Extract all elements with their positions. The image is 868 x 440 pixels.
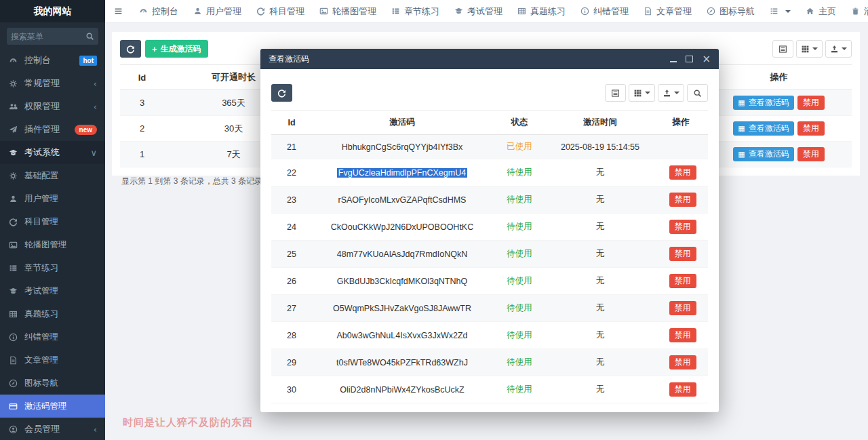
- disable-button[interactable]: 禁用: [669, 355, 696, 369]
- column-header-actions[interactable]: 操作: [706, 65, 852, 90]
- disable-button[interactable]: 禁用: [669, 301, 696, 315]
- sidebar-item-subject-management[interactable]: 科目管理: [0, 210, 105, 233]
- view-codes-button[interactable]: ▦查看激活码: [733, 121, 793, 136]
- dialog-titlebar[interactable]: 查看激活码 ×: [260, 49, 719, 69]
- gear-icon: [8, 172, 18, 180]
- refresh-button[interactable]: [120, 40, 141, 58]
- minimize-icon[interactable]: [670, 56, 677, 62]
- disable-button[interactable]: 禁用: [669, 274, 696, 288]
- table-row[interactable]: 21 HbhukgnCgSc6rqQYYjb4IYf3Bx 已使用 2025-0…: [271, 135, 708, 159]
- nav-item-error-correction[interactable]: 纠错管理: [573, 0, 636, 22]
- disable-button[interactable]: 禁用: [797, 96, 825, 110]
- disable-button[interactable]: 禁用: [669, 193, 696, 207]
- list-icon: [770, 7, 778, 16]
- view-codes-button[interactable]: ▦查看激活码: [733, 96, 793, 110]
- sidebar-toggle-button[interactable]: [105, 0, 132, 22]
- nav-item-subjects[interactable]: 科目管理: [249, 0, 312, 22]
- clear-cache-button[interactable]: 清除缓存: [844, 0, 868, 22]
- table-row[interactable]: 26 GKBdUJb3CkIcqfdMKOl3qNTNhQ 待使用 无 禁用: [271, 268, 708, 295]
- nav-item-carousel[interactable]: 轮播图管理: [312, 0, 384, 22]
- column-header-id[interactable]: Id: [120, 65, 164, 90]
- sidebar-item-plugins[interactable]: 插件管理 new: [0, 118, 105, 141]
- tabs-dropdown-button[interactable]: [762, 0, 798, 22]
- user-icon: [8, 195, 18, 203]
- column-header-actions[interactable]: 操作: [654, 111, 708, 135]
- export-dropdown-button[interactable]: [658, 84, 684, 102]
- view-codes-button[interactable]: ▦查看激活码: [733, 147, 793, 161]
- window-controls: ×: [670, 54, 711, 64]
- sidebar-item-dashboard[interactable]: 控制台 hot: [0, 49, 105, 72]
- sidebar-item-exam-system[interactable]: 考试系统 ∨: [0, 141, 105, 164]
- columns-dropdown-button[interactable]: [796, 40, 823, 58]
- table-row[interactable]: 22 FvgUCzleaHdimdlpPFnCXegmU4 待使用 无 禁用: [271, 159, 708, 186]
- nav-item-users[interactable]: 用户管理: [186, 0, 249, 22]
- detail-view-button[interactable]: [605, 84, 626, 102]
- status-badge: 待使用: [492, 214, 547, 241]
- file-icon: [8, 356, 18, 365]
- maximize-icon[interactable]: [686, 56, 693, 62]
- search-button[interactable]: [687, 84, 708, 102]
- column-header-activation-time[interactable]: 激活时间: [547, 111, 654, 135]
- sidebar-item-carousel-management[interactable]: 轮播图管理: [0, 233, 105, 256]
- sidebar-item-icon-navigation[interactable]: 图标导航: [0, 372, 105, 395]
- sidebar-item-user-management[interactable]: 用户管理: [0, 187, 105, 210]
- image-icon: [8, 241, 18, 249]
- table-row[interactable]: 23 rSAOFyIcoMLxvGZAPqftCsdHMS 待使用 无 禁用: [271, 186, 708, 214]
- sidebar-item-basic-config[interactable]: 基础配置: [0, 164, 105, 187]
- nav-item-chapter-practice[interactable]: 章节练习: [384, 0, 447, 22]
- column-header-code[interactable]: 激活码: [312, 111, 492, 135]
- nav-item-real-questions[interactable]: 真题练习: [510, 0, 573, 22]
- columns-icon: [633, 89, 642, 98]
- sidebar-item-general[interactable]: 常规管理 ‹: [0, 72, 105, 95]
- search-icon: [693, 89, 702, 98]
- disable-button[interactable]: 禁用: [669, 165, 696, 180]
- sidebar-item-chapter-practice[interactable]: 章节练习: [0, 256, 105, 279]
- disable-button[interactable]: 禁用: [797, 147, 825, 161]
- activation-codes-table: Id 激活码 状态 激活时间 操作 21 HbhukgnCgSc6rqQYYjb…: [271, 110, 708, 403]
- table-row[interactable]: 29 t0sfWTe8WO45kPZFkTRd63WZhJ 待使用 无 禁用: [271, 349, 708, 376]
- disable-button[interactable]: 禁用: [669, 247, 696, 261]
- detail-view-button[interactable]: [772, 40, 793, 58]
- disable-button[interactable]: 禁用: [669, 382, 696, 397]
- sidebar-item-permissions[interactable]: 权限管理 ‹: [0, 95, 105, 118]
- trash-icon: [851, 7, 860, 16]
- disable-button[interactable]: 禁用: [797, 121, 825, 136]
- sidebar-item-error-correction[interactable]: 纠错管理: [0, 325, 105, 348]
- home-icon: [806, 7, 814, 16]
- refresh-button[interactable]: [271, 84, 292, 102]
- table-row[interactable]: 28 Ab0w3wGhNuL4IsXvxG3JxWx2Zd 待使用 无 禁用: [271, 322, 708, 349]
- columns-dropdown-button[interactable]: [629, 84, 655, 102]
- nav-item-articles[interactable]: 文章管理: [636, 0, 699, 22]
- nav-item-exams[interactable]: 考试管理: [447, 0, 510, 22]
- status-badge: 已使用: [492, 135, 547, 159]
- rows-icon: [611, 89, 620, 98]
- nav-item-icon-navigation[interactable]: 图标导航: [699, 0, 762, 22]
- disable-button[interactable]: 禁用: [669, 220, 696, 234]
- sidebar-search-input[interactable]: [7, 28, 81, 45]
- view-codes-dialog: 查看激活码 × Id 激活码 状态 激活时间: [260, 49, 719, 412]
- sidebar-item-members[interactable]: 会员管理 ‹: [0, 418, 105, 440]
- table-row[interactable]: 24 CkOouCKkWpJ2N6DxUPOBOOHtKC 待使用 无 禁用: [271, 214, 708, 241]
- export-dropdown-button[interactable]: [825, 40, 852, 58]
- export-icon: [663, 89, 671, 98]
- sidebar-item-real-questions[interactable]: 真题练习: [0, 302, 105, 325]
- chevron-left-icon: ‹: [94, 79, 97, 89]
- table-row[interactable]: 27 O5WqmPkSJHvZakVgoSJ8JAwwTR 待使用 无 禁用: [271, 295, 708, 322]
- column-header-status[interactable]: 状态: [492, 111, 547, 135]
- sidebar-search: [7, 28, 98, 45]
- table-row[interactable]: 25 48m77vKUoAlAsJdq7RmdIoNQkN 待使用 无 禁用: [271, 241, 708, 268]
- sidebar-item-exam-management[interactable]: 考试管理: [0, 279, 105, 302]
- nav-item-dashboard[interactable]: 控制台: [132, 0, 186, 22]
- column-header-id[interactable]: Id: [271, 111, 312, 135]
- gears-icon: [8, 79, 18, 88]
- generate-codes-button[interactable]: +生成激活码: [145, 40, 208, 58]
- close-icon[interactable]: ×: [702, 54, 711, 64]
- table-row[interactable]: 30 OliD2d8nNPbiWx4ZYkosBcUckZ 待使用 无 禁用: [271, 376, 708, 403]
- home-link[interactable]: 主页: [798, 0, 844, 22]
- sidebar-item-article-management[interactable]: 文章管理: [0, 348, 105, 372]
- compass-icon: [707, 7, 715, 16]
- graduation-cap-icon: [8, 148, 18, 157]
- sidebar-item-activation-codes[interactable]: 激活码管理: [0, 395, 105, 418]
- sidebar-search-button[interactable]: [81, 28, 98, 45]
- disable-button[interactable]: 禁用: [669, 328, 696, 342]
